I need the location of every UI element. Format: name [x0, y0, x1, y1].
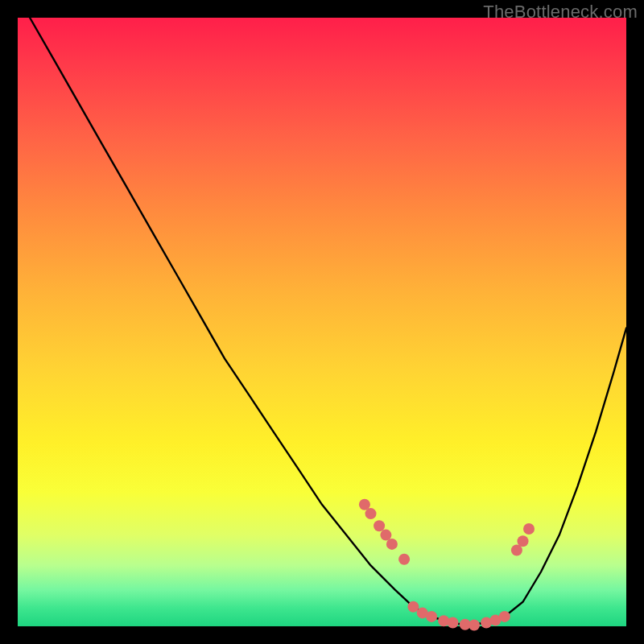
outer-frame: TheBottleneck.com [0, 0, 644, 644]
data-dot [386, 539, 398, 550]
data-dot [398, 554, 410, 565]
dot-group [359, 499, 535, 631]
chart-svg [18, 18, 626, 626]
data-dot [523, 523, 535, 535]
data-dot [499, 611, 510, 622]
data-dot [448, 617, 459, 629]
data-dot [518, 535, 529, 547]
data-dot [426, 611, 437, 622]
watermark-text: TheBottleneck.com [483, 2, 638, 23]
data-dot [374, 520, 385, 531]
data-dot [469, 620, 480, 631]
bottleneck-curve [30, 18, 626, 625]
plot-area [18, 18, 626, 626]
data-dot [365, 508, 377, 519]
